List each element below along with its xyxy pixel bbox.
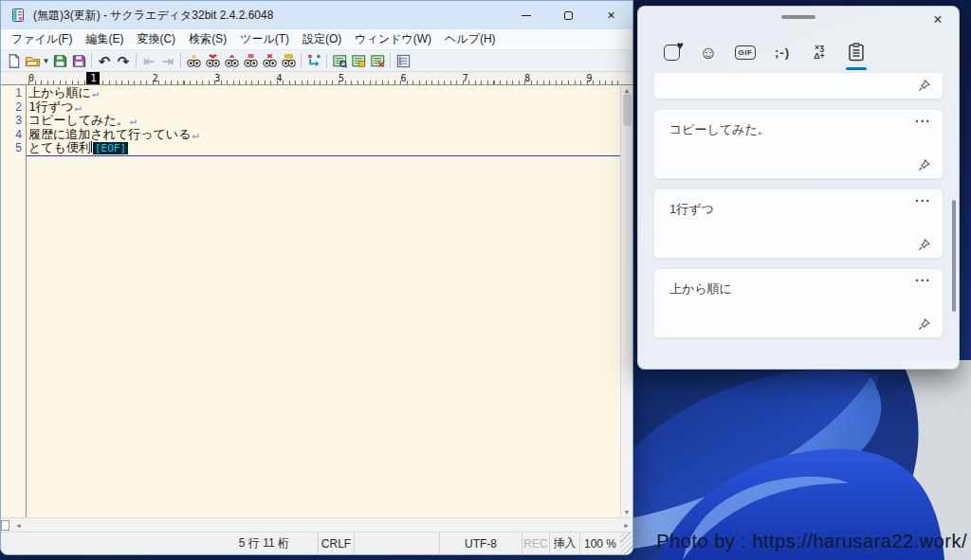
code-lines[interactable]: 上から順に↵1行ずつ↵コピーしてみた。↵履歴に追加されて行っている↵とても便利[… bbox=[27, 85, 620, 517]
sakura-editor-window: (無題)3(更新) - サクラエディタ32bit 2.4.2.6048 × ファ… bbox=[0, 0, 633, 555]
smiley-icon: ☺ bbox=[699, 44, 717, 62]
split-handle[interactable] bbox=[1, 520, 9, 531]
new-file-icon bbox=[6, 53, 22, 69]
tab-clipboard[interactable] bbox=[842, 36, 870, 68]
menu-item[interactable]: ファイル(F) bbox=[5, 29, 79, 49]
find-in-files-button[interactable] bbox=[279, 51, 298, 70]
editor-line[interactable]: 履歴に追加されて行っている↵ bbox=[27, 128, 620, 142]
editor-line[interactable]: 1行ずつ↵ bbox=[27, 100, 620, 115]
type-list-icon bbox=[395, 53, 412, 69]
more-options-icon[interactable]: ··· bbox=[915, 193, 931, 208]
save-button[interactable] bbox=[50, 51, 69, 70]
clipboard-item[interactable]: 上から順に ··· bbox=[653, 268, 944, 338]
save-all-button[interactable] bbox=[69, 51, 88, 70]
open-folder-icon bbox=[25, 53, 41, 69]
pin-icon[interactable] bbox=[917, 317, 931, 332]
text-area[interactable]: 12345 上から順に↵1行ずつ↵コピーしてみた。↵履歴に追加されて行っている↵… bbox=[1, 85, 632, 517]
panel-tabs: ♥ ☺ GIF ;-) ×ʒ Δ+ bbox=[638, 31, 959, 73]
tab-symbols[interactable]: ×ʒ Δ+ bbox=[805, 36, 834, 68]
zoom-level-indicator: 100 % bbox=[579, 533, 620, 554]
eof-mark: [EOF] bbox=[93, 142, 128, 154]
toggle-mark-button[interactable] bbox=[304, 51, 323, 70]
toolbar-separator bbox=[136, 53, 137, 68]
menu-item[interactable]: 検索(S) bbox=[182, 29, 233, 49]
undo-button[interactable]: ↶ bbox=[95, 51, 114, 70]
line-number: 1 bbox=[1, 86, 26, 100]
line-text: 履歴に追加されて行っている bbox=[28, 127, 191, 141]
jump-previous-button[interactable]: ⇤ bbox=[139, 51, 158, 70]
scroll-right-icon[interactable]: ► bbox=[620, 522, 632, 529]
find-bookmark-button[interactable] bbox=[203, 51, 222, 70]
open-file-dropdown[interactable]: ▼ bbox=[42, 51, 50, 70]
menu-item[interactable]: ヘルプ(H) bbox=[438, 29, 503, 49]
newline-mark: ↵ bbox=[192, 128, 198, 141]
more-options-icon[interactable]: ··· bbox=[915, 273, 931, 288]
editor-line[interactable]: 上から順に↵ bbox=[27, 86, 620, 100]
menu-item[interactable]: ウィンドウ(W) bbox=[348, 29, 438, 49]
clipboard-item[interactable]: コピーしてみた。 ··· bbox=[653, 109, 944, 179]
find-button[interactable] bbox=[184, 51, 203, 70]
scroll-down-icon[interactable]: ▼ bbox=[624, 509, 631, 515]
replace-button[interactable] bbox=[260, 51, 279, 70]
horizontal-scrollbar[interactable]: ◄ ► bbox=[1, 517, 632, 532]
type-list-button[interactable] bbox=[394, 51, 412, 70]
vertical-scroll-thumb[interactable] bbox=[623, 94, 632, 126]
grep-icon bbox=[332, 53, 348, 69]
toolbar-separator bbox=[180, 53, 181, 68]
menu-item[interactable]: 設定(O) bbox=[296, 29, 348, 49]
clipboard-item-text: コピーしてみた。 bbox=[669, 121, 770, 138]
compare-files-button[interactable] bbox=[368, 51, 387, 70]
ruler-number: 7 bbox=[463, 72, 468, 84]
redo-button[interactable]: ↷ bbox=[114, 51, 133, 70]
more-options-icon[interactable]: ··· bbox=[915, 114, 931, 129]
vertical-scrollbar[interactable]: ▲ ▼ bbox=[620, 85, 632, 517]
pin-icon[interactable] bbox=[917, 238, 931, 252]
pin-icon[interactable] bbox=[917, 158, 931, 172]
maximize-button[interactable] bbox=[547, 1, 590, 29]
jump-next-button[interactable]: ⇥ bbox=[158, 51, 177, 70]
scroll-left-icon[interactable]: ◄ bbox=[12, 522, 25, 529]
find-next-button[interactable] bbox=[222, 51, 241, 70]
find-previous-button[interactable] bbox=[241, 51, 260, 70]
compare-files-icon bbox=[370, 53, 386, 69]
tab-kaomoji[interactable]: ;-) bbox=[768, 36, 797, 68]
ruler-number: 5 bbox=[339, 72, 344, 84]
clipboard-item-text: 1行ずつ bbox=[669, 201, 714, 218]
toolbar-separator bbox=[91, 53, 92, 68]
find-heart-icon bbox=[205, 53, 221, 69]
minimize-button[interactable] bbox=[504, 1, 547, 29]
editor-line[interactable]: とても便利[EOF] bbox=[27, 141, 620, 156]
clipboard-item[interactable]: 1行ずつ ··· bbox=[653, 189, 944, 259]
newline-mark: ↵ bbox=[92, 86, 99, 99]
grep-replace-button[interactable] bbox=[349, 51, 368, 70]
clipboard-item-partial[interactable] bbox=[653, 73, 944, 99]
editor-line[interactable]: コピーしてみた。↵ bbox=[27, 114, 620, 128]
minimize-icon bbox=[522, 15, 531, 16]
close-button[interactable]: × bbox=[590, 1, 632, 29]
new-file-button[interactable] bbox=[4, 51, 23, 70]
drag-handle[interactable] bbox=[781, 15, 815, 19]
pin-icon[interactable] bbox=[917, 79, 931, 93]
photo-credit-text: Photo by : https://harusara22.work/ bbox=[656, 531, 967, 552]
grep-button[interactable] bbox=[330, 51, 349, 70]
tab-most-recently-used[interactable]: ♥ bbox=[657, 36, 686, 68]
scroll-up-icon[interactable]: ▲ bbox=[624, 87, 631, 94]
panel-scrollbar[interactable] bbox=[952, 200, 956, 312]
title-bar: (無題)3(更新) - サクラエディタ32bit 2.4.2.6048 × bbox=[1, 1, 632, 29]
recent-icon: ♥ bbox=[664, 45, 680, 61]
maximize-icon bbox=[564, 11, 573, 20]
window-title: (無題)3(更新) - サクラエディタ32bit 2.4.2.6048 bbox=[33, 8, 504, 24]
tab-gif[interactable]: GIF bbox=[731, 36, 760, 68]
ruler-caret-indicator: 1 bbox=[86, 72, 100, 84]
menu-item[interactable]: 編集(E) bbox=[79, 29, 130, 49]
panel-header: × bbox=[638, 7, 959, 31]
toolbar: ▼ ↶ ↷ ⇤ ⇥ bbox=[1, 50, 632, 72]
open-file-button[interactable] bbox=[23, 51, 42, 70]
menu-item[interactable]: 変換(C) bbox=[130, 29, 182, 49]
menu-item[interactable]: ツール(T) bbox=[233, 29, 296, 49]
grep-replace-icon bbox=[351, 53, 367, 69]
panel-close-button[interactable]: × bbox=[926, 9, 949, 31]
tab-emoji[interactable]: ☺ bbox=[694, 36, 723, 68]
resize-grip[interactable] bbox=[620, 533, 632, 554]
ruler-number: 8 bbox=[524, 72, 530, 84]
